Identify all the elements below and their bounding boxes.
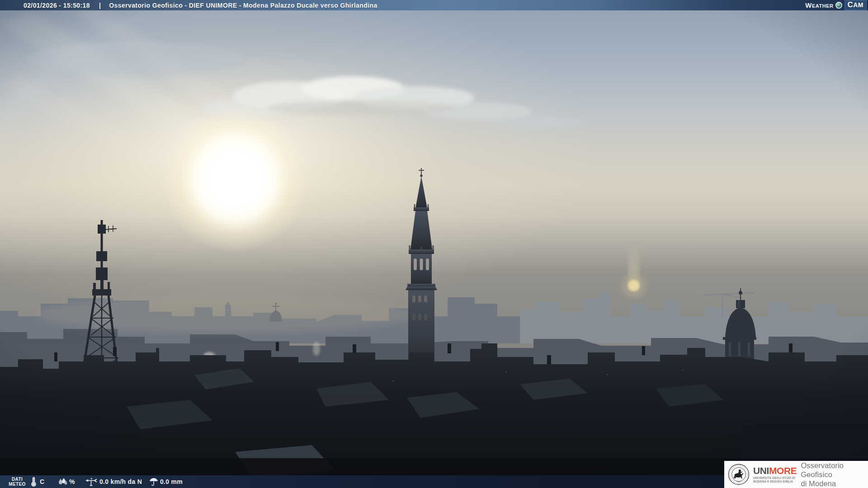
observatory-name-line1: Osservatorio Geofisico <box>801 461 868 479</box>
rain-value: 0.0 mm <box>160 478 183 485</box>
weathervane-icon <box>85 477 98 486</box>
unimore-logo-box: UNIMORE UNIVERSITÀ DEGLI STUDI DI MODENA… <box>724 461 868 488</box>
unimore-subtitle-line2: MODENA E REGGIO EMILIA <box>753 480 797 483</box>
unimore-wordmark: UNIMORE UNIVERSITÀ DEGLI STUDI DI MODENA… <box>753 466 797 483</box>
temperature-unit: C <box>40 478 44 485</box>
webcam-frame: 02/01/2026 - 15:50:18 | Osservatorio Geo… <box>0 0 868 488</box>
separator: | <box>99 2 101 9</box>
wind-value: 0.0 km/h da N <box>99 478 142 485</box>
observatory-name: Osservatorio Geofisico di Modena <box>801 461 868 488</box>
humidity-unit: % <box>69 478 75 485</box>
weathercam-logo: WEATHER CAM <box>805 0 867 10</box>
dati-label-line1: DATI <box>5 477 30 482</box>
humidity-drops-icon <box>58 478 68 486</box>
vignette <box>0 0 868 488</box>
camera-lens-icon <box>835 2 842 9</box>
camera-title: Osservatorio Geofisico - DIEF UNIMORE - … <box>109 2 377 9</box>
unimore-seal-icon <box>728 464 750 485</box>
webcam-photo <box>0 0 868 488</box>
dati-meteo-label: DATI METEO <box>5 477 30 487</box>
umbrella-icon <box>149 478 158 486</box>
unimore-more-text: MORE <box>769 465 797 476</box>
thermometer-icon <box>31 477 37 487</box>
top-info-bar: 02/01/2026 - 15:50:18 | Osservatorio Geo… <box>0 0 868 10</box>
weathercam-weather-text: WEATHER <box>805 1 833 9</box>
dati-label-line2: METEO <box>5 482 30 487</box>
weathercam-cam-text: CAM <box>844 0 867 10</box>
timestamp: 02/01/2026 - 15:50:18 <box>24 2 90 9</box>
unimore-uni-text: UNI <box>753 465 769 476</box>
observatory-name-line2: di Modena <box>801 479 868 488</box>
unimore-subtitle-line1: UNIVERSITÀ DEGLI STUDI DI <box>753 476 797 480</box>
